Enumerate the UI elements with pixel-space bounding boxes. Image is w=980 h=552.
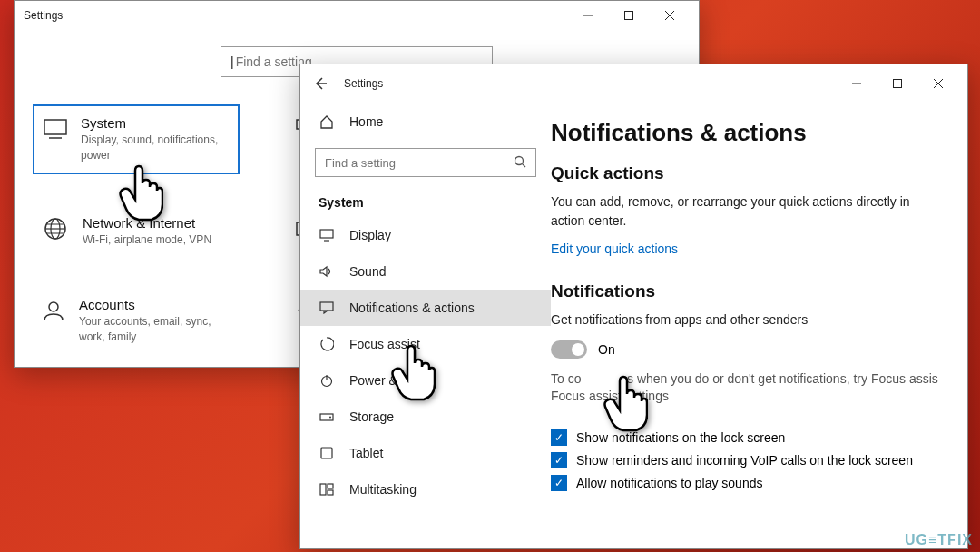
focus-icon	[318, 337, 335, 351]
sidebar-label: Tablet	[349, 446, 383, 460]
multitasking-icon	[318, 483, 335, 496]
sidebar-item-sound[interactable]: Sound	[300, 253, 551, 290]
accounts-icon	[42, 297, 65, 324]
sidebar-item-tablet[interactable]: Tablet	[300, 435, 551, 471]
sidebar-item-display[interactable]: Display	[300, 217, 551, 253]
sidebar-home[interactable]: Home	[300, 103, 551, 141]
checkbox-icon: ✓	[551, 429, 567, 446]
checkbox-label: Allow notifications to play sounds	[576, 476, 762, 490]
sidebar-label: Power & sleep	[349, 373, 431, 388]
checkbox-reminders[interactable]: ✓Show reminders and incoming VoIP calls …	[551, 452, 945, 468]
sidebar-item-notifications[interactable]: Notifications & actions	[300, 290, 551, 326]
tile-title: Network & Internet	[83, 215, 211, 231]
svg-point-30	[329, 417, 331, 419]
power-icon	[318, 373, 335, 388]
minimize-button[interactable]	[836, 70, 877, 97]
svg-line-23	[523, 163, 526, 167]
notifications-toggle[interactable]	[551, 340, 587, 359]
tile-title: System	[81, 115, 229, 131]
notifications-heading: Notifications	[551, 281, 945, 301]
focus-hint-text: To co es when you do or don't get notifi…	[551, 370, 945, 389]
svg-rect-32	[320, 484, 326, 495]
system-icon	[44, 115, 67, 143]
content-panel: Notifications & actions Quick actions Yo…	[551, 103, 967, 548]
tile-desc: Wi-Fi, airplane mode, VPN	[83, 232, 211, 248]
svg-rect-26	[320, 302, 333, 310]
titlebar: Settings	[300, 64, 967, 103]
svg-rect-33	[328, 484, 333, 488]
window-title: Settings	[24, 9, 567, 22]
tile-accounts[interactable]: AccountsYour accounts, email, sync, work…	[33, 288, 240, 354]
sidebar-search[interactable]	[315, 148, 536, 177]
sidebar-search-field[interactable]	[325, 156, 514, 170]
sidebar-item-storage[interactable]: Storage	[300, 399, 551, 435]
svg-rect-34	[328, 490, 333, 495]
checkbox-icon: ✓	[551, 475, 567, 491]
sidebar-label: Home	[349, 114, 383, 129]
page-title: Notifications & actions	[551, 119, 945, 147]
display-icon	[318, 229, 335, 242]
sidebar: Home System Display Sound Notifications …	[300, 103, 551, 548]
globe-icon	[42, 215, 69, 242]
svg-rect-19	[893, 80, 901, 88]
home-icon	[318, 114, 335, 129]
svg-point-14	[49, 302, 58, 311]
svg-rect-31	[321, 448, 332, 458]
quick-actions-heading: Quick actions	[551, 163, 945, 183]
svg-rect-1	[624, 12, 632, 20]
svg-rect-4	[44, 120, 66, 134]
close-button[interactable]	[649, 2, 690, 29]
sidebar-heading: System	[300, 186, 551, 217]
tablet-icon	[318, 447, 335, 459]
maximize-button[interactable]	[608, 2, 649, 29]
toggle-label: On	[598, 342, 615, 357]
checkbox-sounds[interactable]: ✓Allow notifications to play sounds	[551, 475, 945, 491]
sidebar-label: Sound	[349, 264, 386, 279]
watermark: UG≡TFIX	[905, 532, 973, 548]
maximize-button[interactable]	[877, 70, 917, 97]
focus-assist-link[interactable]: Focus assist settings	[551, 389, 945, 403]
sidebar-label: Display	[349, 228, 391, 242]
checkbox-icon: ✓	[551, 452, 567, 468]
sidebar-label: Storage	[349, 409, 394, 424]
sidebar-item-multitasking[interactable]: Multitasking	[300, 471, 551, 508]
storage-icon	[318, 410, 335, 423]
titlebar: Settings	[15, 1, 699, 30]
checkbox-lock-screen[interactable]: ✓Show notifications on the lock screen	[551, 429, 945, 446]
tile-system[interactable]: SystemDisplay, sound, notifications, pow…	[33, 104, 240, 174]
sidebar-label: Focus assist	[349, 337, 420, 351]
svg-point-22	[515, 156, 524, 164]
notifications-icon	[318, 301, 335, 314]
checkbox-label: Show notifications on the lock screen	[576, 430, 785, 445]
settings-system-window: Settings Home System Display Sound Notif…	[299, 64, 968, 549]
sidebar-label: Notifications & actions	[349, 301, 475, 315]
notifications-desc: Get notifications from apps and other se…	[551, 310, 945, 330]
close-button[interactable]	[917, 70, 958, 97]
back-button[interactable]	[309, 73, 331, 94]
search-icon	[514, 155, 526, 171]
sidebar-label: Multitasking	[349, 482, 416, 497]
sidebar-item-focus[interactable]: Focus assist	[300, 326, 551, 362]
tile-title: Accounts	[79, 297, 230, 312]
tile-desc: Display, sound, notifications, power	[81, 133, 229, 163]
svg-rect-24	[320, 230, 333, 238]
tile-desc: Your accounts, email, sync, work, family	[79, 314, 230, 345]
tile-network[interactable]: Network & InternetWi-Fi, airplane mode, …	[33, 206, 240, 257]
sound-icon	[318, 265, 335, 278]
edit-quick-actions-link[interactable]: Edit your quick actions	[551, 242, 945, 256]
minimize-button[interactable]	[567, 2, 608, 29]
quick-actions-desc: You can add, remove, or rearrange your q…	[551, 192, 945, 231]
checkbox-label: Show reminders and incoming VoIP calls o…	[576, 453, 913, 468]
window-controls	[836, 70, 958, 97]
sidebar-item-power[interactable]: Power & sleep	[300, 362, 551, 399]
window-controls	[567, 2, 690, 29]
window-title: Settings	[344, 77, 836, 90]
